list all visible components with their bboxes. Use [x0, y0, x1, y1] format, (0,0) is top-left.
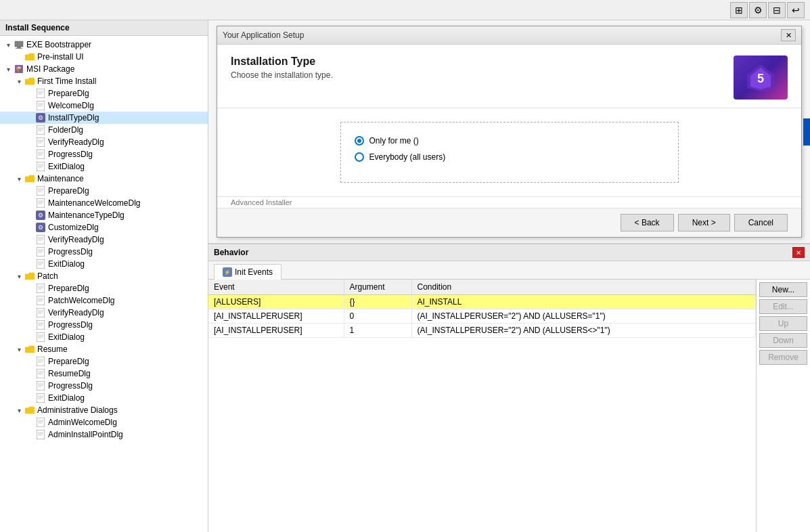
tree-item-admininstallpointdlg[interactable]: AdminInstallPointDlg — [0, 428, 208, 441]
tree-item-adminwelcomedlg[interactable]: AdminWelcomeDlg — [0, 416, 208, 428]
tree-arrow-first-time-install[interactable]: ▾ — [14, 78, 24, 85]
tree-item-resume[interactable]: ▾Resume — [0, 343, 208, 355]
installer-titlebar: Your Application Setup ✕ — [217, 26, 801, 45]
tree-item-progressdlg-3[interactable]: ProgressDlg — [0, 319, 208, 331]
svg-rect-15 — [37, 125, 45, 135]
remove-button[interactable]: Remove — [759, 350, 807, 365]
tree-item-patchwelcomedlg[interactable]: PatchWelcomeDlg — [0, 294, 208, 307]
up-button[interactable]: Up — [759, 316, 807, 331]
svg-rect-1 — [17, 47, 21, 48]
tab-init-events[interactable]: ⚡ Init Events — [214, 264, 282, 280]
tree-arrow-maintenance[interactable]: ▾ — [14, 175, 24, 183]
tree-icon-doc — [35, 88, 46, 99]
tree-item-maintenancewelcomedlg[interactable]: MaintenanceWelcomeDlg — [0, 197, 208, 209]
new-button[interactable]: New... — [759, 282, 807, 297]
tree-item-administrative-dialogs[interactable]: ▾Administrative Dialogs — [0, 404, 208, 416]
tree-icon-folder-yellow — [24, 405, 35, 416]
tree-item-exe-bootstrapper[interactable]: ▾EXE Bootstrapper — [0, 39, 208, 51]
tree-item-progressdlg-4[interactable]: ProgressDlg — [0, 380, 208, 392]
radio-option-everybody[interactable]: Everybody (all users) — [355, 152, 665, 162]
cell-argument-0: {} — [344, 295, 411, 309]
tree-icon-doc — [35, 283, 46, 294]
tree-arrow-exe-bootstrapper[interactable]: ▾ — [3, 41, 14, 49]
svg-rect-0 — [15, 41, 23, 47]
toolbar-icon-1[interactable]: ⊞ — [730, 2, 748, 18]
behavior-content: Event Argument Condition [ALLUSERS]{}AI_… — [208, 280, 810, 532]
tree-arrow-patch[interactable]: ▾ — [14, 273, 24, 280]
install-sequence-header: Install Sequence — [0, 20, 208, 36]
svg-rect-91 — [37, 418, 45, 427]
toolbar-icon-4[interactable]: ↩ — [787, 2, 805, 18]
tree-item-verifyreadydlg-2[interactable]: VerifyReadyDlg — [0, 234, 208, 246]
cell-condition-0: AI_INSTALL — [411, 295, 756, 309]
behavior-table: Event Argument Condition [ALLUSERS]{}AI_… — [208, 280, 756, 338]
tree-icon-settings: ⚙ — [35, 222, 46, 233]
tree-item-first-time-install[interactable]: ▾First Time Install — [0, 75, 208, 87]
window-close-btn[interactable]: ✕ — [781, 29, 796, 41]
tree-item-msi-package[interactable]: ▾📦MSI Package — [0, 63, 208, 75]
installer-buttons: < Back Next > Cancel — [217, 208, 801, 237]
radio-everybody[interactable] — [355, 152, 364, 162]
tree-label-admininstallpointdlg: AdminInstallPointDlg — [48, 430, 123, 439]
tree-item-exitdialog-2[interactable]: ExitDialog — [0, 258, 208, 270]
table-row[interactable]: [AI_INSTALLPERUSER]1(AI_INSTALLPERUSER="… — [208, 324, 756, 338]
tree-label-maintenancewelcomedlg: MaintenanceWelcomeDlg — [48, 198, 141, 208]
tree-item-pre-install-ui[interactable]: Pre-install UI — [0, 51, 208, 63]
tree-item-preparedlg-2[interactable]: PrepareDlg — [0, 185, 208, 197]
table-row[interactable]: [ALLUSERS]{}AI_INSTALL — [208, 295, 756, 309]
tree-item-patch[interactable]: ▾Patch — [0, 270, 208, 282]
table-row[interactable]: [AI_INSTALLPERUSER]0(AI_INSTALLPERUSER="… — [208, 309, 756, 324]
right-panel: Your Application Setup ✕ Installation Ty… — [208, 20, 810, 532]
scroll-indicator — [803, 118, 810, 146]
down-button[interactable]: Down — [759, 333, 807, 348]
installer-logo: 5 — [734, 56, 788, 99]
back-button[interactable]: < Back — [621, 214, 674, 231]
svg-rect-19 — [37, 137, 45, 147]
behavior-close-btn[interactable]: ✕ — [792, 247, 805, 258]
tree-item-maintenance[interactable]: ▾Maintenance — [0, 173, 208, 185]
tree-label-msi-package: MSI Package — [26, 64, 74, 74]
tree-item-preparedlg-4[interactable]: PrepareDlg — [0, 355, 208, 368]
tree-item-preparedlg-1[interactable]: PrepareDlg — [0, 87, 208, 99]
edit-button[interactable]: Edit... — [759, 299, 807, 314]
cancel-button[interactable]: Cancel — [734, 214, 788, 231]
tree-item-progressdlg-1[interactable]: ProgressDlg — [0, 148, 208, 160]
tree-item-installtypedlg[interactable]: ⚙InstallTypeDlg — [0, 112, 208, 124]
tree-icon-doc — [35, 307, 46, 318]
cell-event-2: [AI_INSTALLPERUSER] — [208, 324, 344, 338]
tree-item-resumedlg[interactable]: ResumeDlg — [0, 368, 208, 380]
tree-item-maintenancetypedlg[interactable]: ⚙MaintenanceTypeDlg — [0, 209, 208, 221]
tree-icon-doc — [35, 356, 46, 367]
tree-item-exitdialog-4[interactable]: ExitDialog — [0, 392, 208, 404]
behavior-header: Behavior ✕ — [208, 244, 810, 261]
behavior-title: Behavior — [214, 248, 248, 257]
installer-body: Only for me () Everybody (all users) — [217, 108, 801, 196]
tree-arrow-msi-package[interactable]: ▾ — [3, 66, 14, 73]
tree-label-administrative-dialogs: Administrative Dialogs — [37, 405, 118, 415]
svg-rect-31 — [37, 186, 45, 196]
tree-item-progressdlg-2[interactable]: ProgressDlg — [0, 246, 208, 258]
cell-condition-1: (AI_INSTALLPERUSER="2") AND (ALLUSERS="1… — [411, 309, 756, 324]
next-button[interactable]: Next > — [678, 214, 730, 231]
toolbar-icon-3[interactable]: ⊟ — [768, 2, 786, 18]
col-condition: Condition — [411, 280, 756, 295]
tree-icon-doc — [35, 259, 46, 269]
tree-item-verifyreadydlg-1[interactable]: VerifyReadyDlg — [0, 136, 208, 148]
tree-item-verifyreadydlg-3[interactable]: VerifyReadyDlg — [0, 307, 208, 319]
tree-label-preparedlg-2: PrepareDlg — [48, 186, 89, 196]
tree-item-exitdialog-1[interactable]: ExitDialog — [0, 160, 208, 173]
toolbar-icon-2[interactable]: ⚙ — [749, 2, 767, 18]
tree-item-folderdlg[interactable]: FolderDlg — [0, 124, 208, 136]
tree-item-preparedlg-3[interactable]: PrepareDlg — [0, 282, 208, 294]
tree-arrow-administrative-dialogs[interactable]: ▾ — [14, 407, 24, 414]
tree-item-exitdialog-3[interactable]: ExitDialog — [0, 331, 208, 343]
tree-item-welcomedlg[interactable]: WelcomeDlg — [0, 99, 208, 112]
tree-icon-folder-yellow — [24, 173, 35, 184]
installer-window-title: Your Application Setup — [223, 30, 304, 40]
radio-option-only-me[interactable]: Only for me () — [355, 136, 665, 146]
radio-only-me[interactable] — [355, 136, 364, 146]
tree-item-customizedlg[interactable]: ⚙CustomizeDlg — [0, 221, 208, 234]
tree-arrow-resume[interactable]: ▾ — [14, 346, 24, 353]
init-events-icon: ⚡ — [223, 267, 232, 277]
tree-label-progressdlg-3: ProgressDlg — [48, 320, 93, 330]
